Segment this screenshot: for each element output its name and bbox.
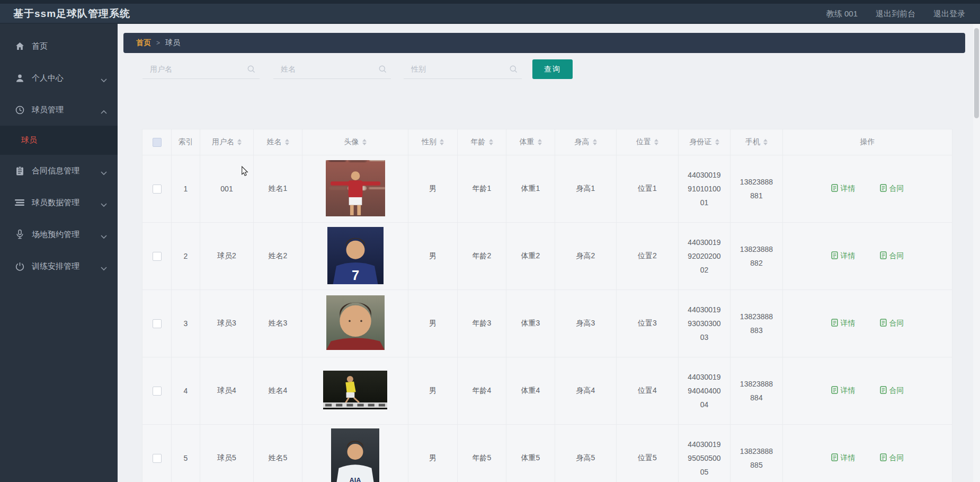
phone-cell: 13823888882 (730, 223, 783, 290)
avatar-cell (302, 155, 408, 223)
username-search-field (142, 59, 260, 79)
detail-link[interactable]: 详情 (831, 319, 856, 328)
detail-link[interactable]: 详情 (831, 386, 856, 396)
gender-cell: 男 (408, 425, 458, 482)
column-header-位置[interactable]: 位置 (617, 129, 679, 155)
row-checkbox[interactable] (153, 454, 162, 463)
sidebar-item-contract-management[interactable]: 合同信息管理 (0, 155, 118, 187)
avatar-image (326, 295, 385, 352)
operations-cell: 详情合同 (783, 223, 952, 290)
column-label: 年龄 (471, 137, 486, 147)
index-cell: 2 (172, 223, 200, 290)
column-header-用户名[interactable]: 用户名 (200, 129, 254, 155)
username-cell: 球员3 (200, 290, 254, 357)
action-label: 详情 (841, 184, 856, 194)
detail-link[interactable]: 详情 (831, 251, 856, 261)
age-cell: 年龄2 (458, 223, 506, 290)
name-cell: 姓名5 (254, 425, 302, 482)
sort-arrows-icon[interactable] (593, 139, 597, 145)
select-all-checkbox[interactable] (153, 138, 162, 147)
scrollbar-thumb[interactable] (974, 28, 979, 118)
column-header-体重[interactable]: 体重 (506, 129, 555, 155)
index-cell: 1 (172, 155, 200, 223)
avatar-cell (302, 357, 408, 425)
sidebar-item-player-data-management[interactable]: 球员数据管理 (0, 187, 118, 218)
current-user-label[interactable]: 教练 001 (826, 4, 858, 24)
weight-cell: 体重5 (506, 425, 555, 482)
sort-arrows-icon[interactable] (362, 139, 367, 145)
sort-arrows-icon[interactable] (237, 139, 242, 145)
logout-link[interactable]: 退出登录 (933, 4, 965, 24)
players-table: 索引用户名姓名头像性别年龄体重身高位置身份证手机操作 1001姓名1男年龄1体重… (142, 129, 952, 482)
gender-cell: 男 (408, 155, 458, 223)
sort-arrows-icon[interactable] (654, 139, 658, 145)
sidebar-item-field-booking-management[interactable]: 场地预约管理 (0, 218, 118, 250)
row-checkbox[interactable] (153, 185, 162, 194)
sidebar-item-home[interactable]: 首页 (0, 30, 118, 62)
search-icon (247, 65, 255, 73)
column-header-性别[interactable]: 性别 (408, 129, 458, 155)
sidebar-subitem-player[interactable]: 球员 (0, 126, 118, 155)
sort-arrows-icon[interactable] (763, 139, 768, 145)
row-select-cell (142, 155, 172, 223)
avatar-cell (302, 290, 408, 357)
sidebar-item-label: 场地预约管理 (32, 230, 79, 240)
column-header-手机[interactable]: 手机 (730, 129, 783, 155)
row-checkbox[interactable] (153, 252, 162, 261)
sort-arrows-icon[interactable] (489, 139, 493, 145)
name-search-input[interactable] (273, 59, 391, 78)
row-checkbox[interactable] (153, 319, 162, 328)
table-row: 4球员4姓名4男年龄4体重4身高4位置444030019940404000413… (142, 357, 952, 425)
sort-arrows-icon[interactable] (715, 139, 719, 145)
detail-link[interactable]: 详情 (831, 453, 856, 463)
column-header-索引: 索引 (172, 129, 200, 155)
sort-arrows-icon[interactable] (440, 139, 444, 145)
document-icon (831, 184, 838, 194)
row-checkbox[interactable] (153, 387, 162, 396)
height-cell: 身高4 (555, 357, 617, 425)
weight-cell: 体重4 (506, 357, 555, 425)
column-header-身份证[interactable]: 身份证 (679, 129, 730, 155)
breadcrumb: 首页 > 球员 (123, 33, 965, 53)
document-icon (880, 251, 887, 261)
username-cell: 001 (200, 155, 254, 223)
column-header-年龄[interactable]: 年龄 (458, 129, 506, 155)
document-icon (831, 319, 838, 328)
column-label: 身高 (575, 137, 590, 147)
row-select-cell (142, 290, 172, 357)
breadcrumb-home-link[interactable]: 首页 (136, 38, 151, 48)
column-header-身高[interactable]: 身高 (555, 129, 617, 155)
detail-link[interactable]: 详情 (831, 184, 856, 194)
sidebar-item-profile[interactable]: 个人中心 (0, 62, 118, 94)
column-header-头像[interactable]: 头像 (302, 129, 408, 155)
id-card-cell: 440300199101010001 (679, 155, 730, 223)
action-label: 详情 (841, 251, 856, 261)
column-label: 手机 (745, 137, 760, 147)
gender-search-input[interactable] (404, 59, 522, 78)
document-icon (880, 453, 887, 463)
contract-link[interactable]: 合同 (880, 251, 904, 261)
contract-link[interactable]: 合同 (880, 453, 904, 463)
username-cell: 球员4 (200, 357, 254, 425)
query-button[interactable]: 查询 (532, 59, 573, 79)
contract-link[interactable]: 合同 (880, 184, 904, 194)
contract-link[interactable]: 合同 (880, 386, 904, 396)
exit-to-frontend-link[interactable]: 退出到前台 (876, 4, 915, 24)
gender-cell: 男 (408, 223, 458, 290)
svg-text:7: 7 (351, 268, 359, 283)
username-search-input[interactable] (142, 59, 260, 78)
sort-arrows-icon[interactable] (285, 139, 289, 145)
breadcrumb-current: 球员 (165, 38, 180, 48)
column-header-姓名[interactable]: 姓名 (254, 129, 302, 155)
sidebar-item-player-management[interactable]: 球员管理 (0, 94, 118, 126)
sidebar-item-training-management[interactable]: 训练安排管理 (0, 250, 118, 282)
main-content: 首页 > 球员 查询 索引用户名姓名头像性别年龄体重身高位置身份证手机操作 10… (118, 24, 980, 482)
svg-text:AIA: AIA (350, 476, 361, 482)
action-label: 详情 (841, 319, 856, 328)
table-row: 3球员3姓名3男年龄3体重3身高3位置344030019930303000313… (142, 290, 952, 357)
contract-link[interactable]: 合同 (880, 319, 904, 328)
column-header-操作: 操作 (783, 129, 952, 155)
sort-arrows-icon[interactable] (538, 139, 542, 145)
index-cell: 5 (172, 425, 200, 482)
table-row: 5球员5姓名5AIA男年龄5体重5身高5位置544030019950505000… (142, 425, 952, 482)
